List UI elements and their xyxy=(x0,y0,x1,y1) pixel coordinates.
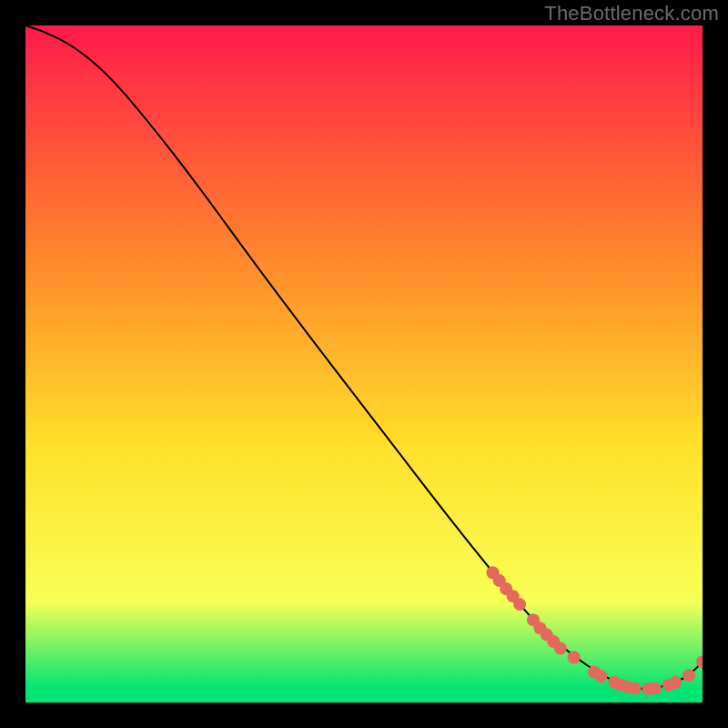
chart-plot-area xyxy=(25,25,703,703)
chart-svg xyxy=(25,25,703,703)
watermark-text: TheBottleneck.com xyxy=(544,2,719,25)
chart-stage: TheBottleneck.com xyxy=(0,0,728,728)
chart-background-gradient xyxy=(25,25,703,703)
data-marker xyxy=(513,598,526,611)
data-marker xyxy=(669,676,682,689)
data-marker xyxy=(594,670,607,682)
data-marker xyxy=(682,669,695,682)
data-marker xyxy=(649,682,662,694)
data-marker xyxy=(568,651,581,663)
data-marker xyxy=(629,682,642,694)
data-marker xyxy=(554,642,567,655)
